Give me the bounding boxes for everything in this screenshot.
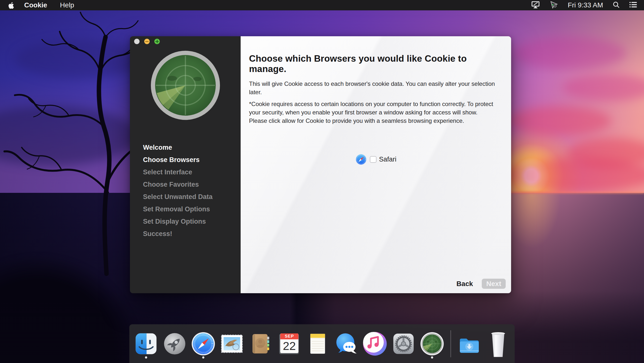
back-button[interactable]: Back — [456, 280, 473, 288]
safari-running-dot — [202, 356, 204, 358]
wizard-footer: Back Next — [456, 279, 506, 289]
intro-paragraph: This will give Cookie access to each bro… — [249, 80, 496, 96]
menu-help[interactable]: Help — [60, 1, 74, 9]
list-icon[interactable] — [629, 1, 637, 9]
dock-divider — [450, 330, 451, 357]
safari-checkbox[interactable] — [370, 156, 376, 163]
step-choose-favorites: Choose Favorites — [143, 178, 212, 190]
finder-running-dot — [145, 356, 147, 358]
browser-row: Safari — [249, 154, 503, 165]
zoom-button[interactable] — [154, 39, 160, 44]
access-note-paragraph: *Cookie requires access to certain locat… — [249, 100, 496, 125]
dock-mail-icon[interactable] — [220, 329, 244, 358]
dock-contacts-icon[interactable] — [249, 329, 272, 358]
menu-clock[interactable]: Fri 9:33 AM — [568, 1, 603, 9]
dock-notes-icon[interactable] — [306, 329, 330, 358]
dock-calendar-icon[interactable]: SEP 22 — [277, 329, 301, 358]
dock-safari-icon[interactable] — [192, 329, 215, 358]
dock-trash-icon[interactable] — [486, 329, 510, 358]
search-icon[interactable] — [612, 1, 620, 9]
step-display-options: Set Display Options — [143, 215, 212, 228]
wizard-content: Choose which Browsers you would like Coo… — [241, 36, 511, 293]
step-removal-options: Set Removal Options — [143, 203, 212, 215]
apple-menu-icon[interactable] — [8, 2, 14, 9]
calendar-month: SEP — [280, 334, 298, 339]
dock-cookie-icon[interactable] — [420, 329, 444, 358]
step-success: Success! — [143, 228, 212, 240]
next-button[interactable]: Next — [482, 279, 506, 289]
cookie-radar-logo — [150, 50, 221, 120]
cookie-running-dot — [431, 356, 433, 358]
safari-label: Safari — [379, 156, 396, 163]
display-icon[interactable] — [531, 1, 540, 10]
page-title: Choose which Browsers you would like Coo… — [249, 54, 503, 74]
menu-app-name[interactable]: Cookie — [24, 1, 47, 9]
wizard-sidebar: Welcome Choose Browsers Select Interface… — [130, 36, 241, 293]
dock-itunes-icon[interactable] — [363, 329, 387, 358]
step-welcome: Welcome — [143, 141, 212, 154]
minimize-button[interactable] — [144, 39, 150, 44]
step-select-unwanted: Select Unwanted Data — [143, 190, 212, 203]
close-button[interactable] — [134, 39, 140, 44]
dock-messages-icon[interactable] — [334, 329, 358, 358]
dock-system-preferences-icon[interactable] — [392, 329, 416, 358]
safari-browser-icon — [355, 154, 367, 165]
pointer-icon[interactable] — [550, 1, 558, 10]
cookie-setup-window: Welcome Choose Browsers Select Interface… — [130, 36, 511, 293]
step-choose-browsers: Choose Browsers — [143, 154, 212, 166]
dock-launchpad-icon[interactable] — [163, 329, 187, 358]
menu-bar: Cookie Help Fri 9:33 AM — [0, 0, 644, 10]
traffic-lights — [134, 39, 160, 44]
dock-finder-icon[interactable] — [134, 329, 158, 358]
step-select-interface: Select Interface — [143, 166, 212, 178]
dock-downloads-folder-icon[interactable] — [458, 329, 481, 358]
dock: SEP 22 — [130, 324, 515, 363]
wizard-steps: Welcome Choose Browsers Select Interface… — [143, 141, 212, 240]
calendar-day: 22 — [280, 339, 298, 353]
